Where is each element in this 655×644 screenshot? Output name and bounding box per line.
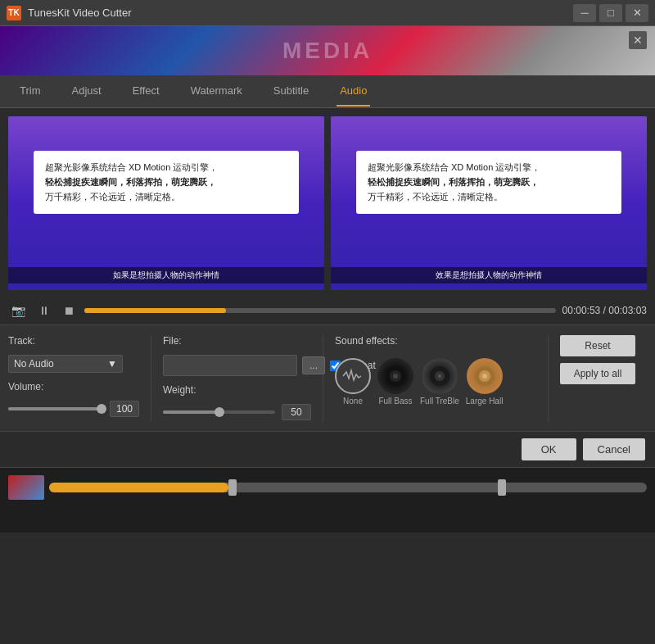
minimize-button[interactable]: ─ [573, 4, 596, 22]
timeline-progress [49, 483, 228, 492]
left-preview-text-box: 超聚光影像系统结合 XD Motion 运动引擎， 轻松捕捉疾速瞬间，利落挥拍，… [34, 151, 299, 214]
left-preview-video: 超聚光影像系统结合 XD Motion 运动引擎， 轻松捕捉疾速瞬间，利落挥拍，… [8, 116, 324, 290]
title-bar: TK TunesKit Video Cutter ─ □ ✕ [0, 0, 655, 26]
volume-label-row: Volume: [8, 381, 139, 392]
tab-adjust[interactable]: Adjust [69, 76, 105, 107]
volume-value: 100 [110, 401, 139, 417]
screenshot-button[interactable]: 📷 [8, 302, 29, 319]
top-preview-image: MEDIA [0, 26, 655, 75]
action-buttons-col: Reset Apply to all [549, 335, 647, 421]
file-label: File: [163, 335, 182, 347]
svg-point-2 [393, 374, 398, 379]
ok-button[interactable]: OK [522, 438, 576, 460]
tab-bar: Trim Adjust Effect Watermark Subtitle Au… [0, 75, 655, 108]
effect-full-bass[interactable]: Full Bass [377, 358, 413, 406]
track-dropdown[interactable]: No Audio ▼ [8, 355, 123, 373]
left-text-line2: 轻松捕捉疾速瞬间，利落挥拍，萌宠腾跃， [45, 175, 287, 190]
file-weight-col: File: ... Repeat Weight: 50 [151, 335, 323, 421]
weight-label-row: Weight: [163, 384, 311, 396]
timeline-marker-1[interactable] [228, 479, 237, 496]
volume-label: Volume: [8, 381, 43, 392]
settings-panel: Track: No Audio ▼ Volume: 100 File: ... [0, 324, 655, 431]
left-text-line1: 超聚光影像系统结合 XD Motion 运动引擎， [45, 161, 287, 175]
volume-thumb[interactable] [97, 404, 106, 414]
tab-trim[interactable]: Trim [16, 76, 44, 107]
volume-slider-row: 100 [8, 401, 139, 417]
right-text-line3: 万千精彩，不论远近，清晰定格。 [368, 190, 610, 205]
track-label-row: Track: [8, 335, 139, 347]
timeline-row [8, 473, 647, 502]
track-label: Track: [8, 335, 35, 347]
top-preview-strip: MEDIA ✕ [0, 26, 655, 75]
tab-audio[interactable]: Audio [337, 76, 370, 107]
file-row: ... Repeat [163, 355, 311, 376]
stop-button[interactable]: ⏹ [60, 302, 78, 319]
weight-slider[interactable] [163, 406, 275, 418]
sound-effects-row: None Full Bass [335, 358, 536, 406]
progress-bar[interactable] [84, 308, 556, 313]
volume-slider[interactable] [8, 403, 103, 415]
app-icon: TK [7, 6, 21, 20]
weight-label: Weight: [163, 384, 196, 396]
preview-close-button[interactable]: ✕ [629, 31, 647, 49]
effect-full-treble[interactable]: Full TreBle [420, 358, 459, 406]
timeline-area [0, 467, 655, 533]
effect-full-bass-icon [377, 358, 413, 394]
weight-slider-row: 50 [163, 404, 311, 420]
right-text-line1: 超聚光影像系统结合 XD Motion 运动引擎， [368, 161, 610, 175]
effect-none-icon [335, 358, 371, 394]
effect-full-treble-label: Full TreBle [420, 397, 459, 406]
progress-fill [84, 308, 226, 313]
browse-button[interactable]: ... [302, 356, 325, 374]
effect-full-bass-label: Full Bass [378, 397, 412, 406]
sound-effects-col: Sound effects: None Full [323, 335, 549, 421]
close-button[interactable]: ✕ [626, 4, 648, 22]
file-label-row: File: [163, 335, 311, 347]
time-display: 00:00:53 / 00:03:03 [562, 305, 647, 316]
preview-area: 超聚光影像系统结合 XD Motion 运动引擎， 轻松捕捉疾速瞬间，利落挥拍，… [0, 108, 655, 297]
effect-large-hall[interactable]: Large Hall [466, 358, 504, 406]
effect-large-hall-icon [467, 358, 503, 394]
tab-subtitle[interactable]: Subtitle [270, 76, 312, 107]
left-preview-pane: 超聚光影像系统结合 XD Motion 运动引擎， 轻松捕捉疾速瞬间，利落挥拍，… [8, 116, 324, 290]
controls-bar: 📷 ⏸ ⏹ 00:00:53 / 00:03:03 [0, 297, 655, 324]
right-preview-subtitle: 效果是想拍摄人物的动作神情 [331, 267, 647, 283]
app-title: TunesKit Video Cutter [28, 7, 573, 19]
weight-thumb[interactable] [215, 407, 224, 417]
svg-point-5 [438, 374, 441, 378]
tab-effect[interactable]: Effect [129, 76, 163, 107]
right-preview-pane: 超聚光影像系统结合 XD Motion 运动引擎， 轻松捕捉疾速瞬间，利落挥拍，… [331, 116, 647, 290]
tab-watermark[interactable]: Watermark [187, 76, 246, 107]
left-preview-subtitle: 如果是想拍摄人物的动作神情 [8, 267, 324, 283]
timeline-track[interactable] [49, 483, 647, 492]
effect-full-treble-icon [422, 358, 458, 394]
track-volume-col: Track: No Audio ▼ Volume: 100 [8, 335, 151, 421]
effect-none[interactable]: None [335, 358, 371, 406]
maximize-button[interactable]: □ [599, 4, 622, 22]
right-preview-video: 超聚光影像系统结合 XD Motion 运动引擎， 轻松捕捉疾速瞬间，利落挥拍，… [331, 116, 647, 290]
cancel-button[interactable]: Cancel [583, 438, 645, 460]
effect-large-hall-label: Large Hall [466, 397, 504, 406]
timeline-marker-2[interactable] [498, 479, 506, 496]
sound-effects-label: Sound effects: [335, 335, 536, 347]
reset-button[interactable]: Reset [560, 335, 635, 356]
right-text-line2: 轻松捕捉疾速瞬间，利落挥拍，萌宠腾跃， [368, 175, 610, 190]
svg-point-8 [482, 374, 487, 379]
window-controls: ─ □ ✕ [573, 4, 648, 22]
file-input[interactable] [163, 355, 297, 376]
left-text-line3: 万千精彩，不论远近，清晰定格。 [45, 190, 287, 205]
apply-to-all-button[interactable]: Apply to all [560, 363, 635, 384]
right-preview-text-box: 超聚光影像系统结合 XD Motion 运动引擎， 轻松捕捉疾速瞬间，利落挥拍，… [356, 151, 621, 214]
play-pause-button[interactable]: ⏸ [35, 302, 53, 319]
weight-value: 50 [282, 404, 311, 420]
effect-none-label: None [343, 397, 363, 406]
timeline-thumbnail [8, 475, 44, 500]
ok-cancel-row: OK Cancel [0, 431, 655, 467]
dropdown-arrow-icon: ▼ [107, 358, 117, 370]
